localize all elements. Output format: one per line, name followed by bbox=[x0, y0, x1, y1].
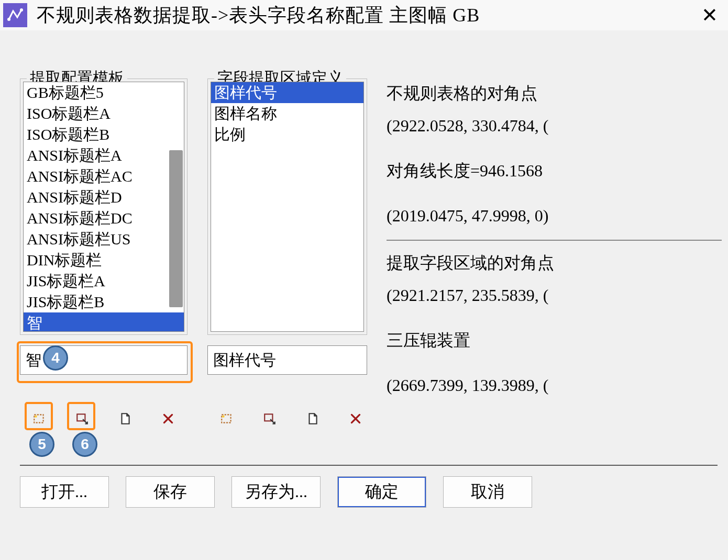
new-doc-icon[interactable] bbox=[116, 410, 134, 428]
diagonal-length: 对角线长度=946.1568 bbox=[387, 156, 722, 185]
title-bar: 不规则表格数据提取->表头字段名称配置 主图幅 GB ✕ bbox=[0, 0, 728, 30]
list-item[interactable]: ANSI标题栏DC bbox=[24, 208, 184, 229]
list-item[interactable]: ANSI标题栏US bbox=[24, 229, 184, 250]
pick-region-icon[interactable] bbox=[261, 410, 279, 428]
callout-5: 5 bbox=[29, 432, 54, 457]
template-listbox[interactable]: GB标题栏5ISO标题栏AISO标题栏BANSI标题栏AANSI标题栏ACANS… bbox=[23, 82, 184, 332]
window-title: 不规则表格数据提取->表头字段名称配置 主图幅 GB bbox=[37, 3, 691, 28]
list-item[interactable]: GB标题栏5 bbox=[24, 82, 184, 103]
table-corner-pt1: (2922.0528, 330.4784, ( bbox=[387, 111, 722, 140]
table-corner-pt2: (2019.0475, 47.9998, 0) bbox=[387, 201, 722, 230]
svg-point-1 bbox=[20, 8, 23, 12]
field-corner-pt2: (2669.7399, 139.3989, ( bbox=[387, 371, 722, 400]
save-button[interactable]: 保存 bbox=[126, 476, 215, 508]
list-item[interactable]: 图样代号 bbox=[211, 82, 363, 103]
info-separator bbox=[387, 240, 722, 241]
info-panel: 不规则表格的对角点 (2922.0528, 330.4784, ( 对角线长度=… bbox=[387, 79, 722, 400]
field-corner-pt1: (2921.2157, 235.5839, ( bbox=[387, 281, 722, 310]
svg-point-3 bbox=[35, 416, 37, 418]
save-as-button[interactable]: 另存为... bbox=[231, 476, 321, 508]
button-bar: 打开... 保存 另存为... 确定 取消 bbox=[20, 476, 532, 508]
field-name-input[interactable] bbox=[207, 345, 367, 375]
ok-button[interactable]: 确定 bbox=[337, 476, 426, 508]
pick-window-icon[interactable] bbox=[30, 410, 48, 428]
list-item[interactable]: ANSI标题栏A bbox=[24, 145, 184, 166]
close-icon[interactable]: ✕ bbox=[691, 0, 728, 30]
template-toolbar bbox=[30, 408, 177, 429]
list-item[interactable]: ANSI标题栏D bbox=[24, 187, 184, 208]
table-corner-label: 不规则表格的对角点 bbox=[387, 79, 722, 108]
delete-icon[interactable] bbox=[159, 410, 177, 428]
field-group: 字段提取区域定义 图样代号图样名称比例 bbox=[207, 79, 367, 335]
scrollbar-thumb[interactable] bbox=[169, 150, 183, 307]
list-item[interactable]: JIS标题栏B bbox=[24, 292, 184, 312]
open-button[interactable]: 打开... bbox=[20, 476, 109, 508]
cancel-button[interactable]: 取消 bbox=[443, 476, 532, 508]
list-item[interactable]: 比例 bbox=[211, 124, 363, 145]
list-item[interactable]: ISO标题栏B bbox=[24, 124, 184, 145]
svg-point-6 bbox=[222, 416, 224, 418]
callout-4: 4 bbox=[43, 345, 68, 371]
field-corner-label: 提取字段区域的对角点 bbox=[387, 248, 722, 277]
pick-window-icon[interactable] bbox=[218, 410, 236, 428]
list-item[interactable]: ISO标题栏A bbox=[24, 103, 184, 124]
list-item[interactable]: 智 bbox=[24, 312, 184, 332]
callout-6: 6 bbox=[72, 432, 97, 457]
list-item[interactable]: JIS标题栏A bbox=[24, 271, 184, 292]
field-listbox[interactable]: 图样代号图样名称比例 bbox=[211, 82, 364, 332]
pick-region-icon[interactable] bbox=[73, 410, 91, 428]
delete-icon[interactable] bbox=[347, 410, 365, 428]
svg-point-0 bbox=[7, 18, 10, 21]
app-icon bbox=[3, 3, 27, 27]
list-item[interactable]: ANSI标题栏AC bbox=[24, 166, 184, 187]
template-group: 提取配置模板 GB标题栏5ISO标题栏AISO标题栏BANSI标题栏AANSI标… bbox=[20, 79, 187, 335]
new-doc-icon[interactable] bbox=[304, 410, 322, 428]
bottom-separator bbox=[20, 465, 718, 466]
list-item[interactable]: DIN标题栏 bbox=[24, 250, 184, 271]
field-toolbar bbox=[218, 408, 365, 429]
extracted-text: 三压辊装置 bbox=[387, 326, 722, 355]
list-item[interactable]: 图样名称 bbox=[211, 103, 363, 124]
